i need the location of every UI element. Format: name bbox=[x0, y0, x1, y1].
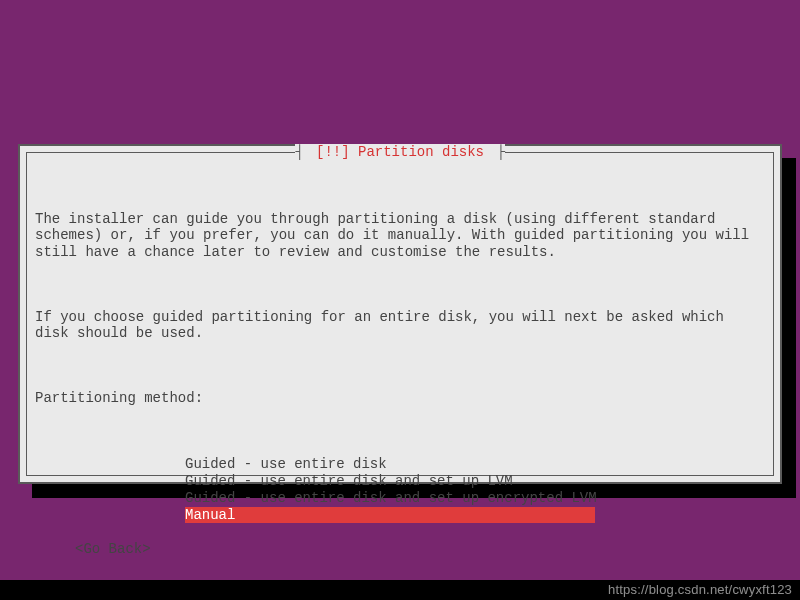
option-manual[interactable]: Manual bbox=[185, 507, 595, 524]
dialog-body: The installer can guide you through part… bbox=[35, 177, 765, 454]
paragraph-2: If you choose guided partitioning for an… bbox=[35, 309, 765, 343]
title-lbracket: ┤ bbox=[295, 144, 312, 160]
paragraph-1: The installer can guide you through part… bbox=[35, 211, 765, 261]
option-guided-lvm[interactable]: Guided - use entire disk and set up LVM bbox=[185, 473, 765, 490]
dialog-inner: ┤ [!!] Partition disks ├ The installer c… bbox=[26, 152, 774, 476]
title-rbracket: ├ bbox=[488, 144, 505, 160]
partition-dialog: ┤ [!!] Partition disks ├ The installer c… bbox=[18, 144, 782, 484]
option-guided-entire-disk[interactable]: Guided - use entire disk bbox=[185, 456, 765, 473]
dialog-title: [!!] Partition disks bbox=[312, 144, 488, 161]
partitioning-prompt: Partitioning method: bbox=[35, 390, 765, 407]
dialog-title-wrap: ┤ [!!] Partition disks ├ bbox=[27, 144, 773, 161]
go-back-button[interactable]: <Go Back> bbox=[75, 541, 765, 558]
watermark-text: https://blog.csdn.net/cwyxft123 bbox=[608, 582, 792, 598]
partitioning-options: Guided - use entire disk Guided - use en… bbox=[185, 456, 765, 523]
option-guided-encrypted-lvm[interactable]: Guided - use entire disk and set up encr… bbox=[185, 490, 765, 507]
